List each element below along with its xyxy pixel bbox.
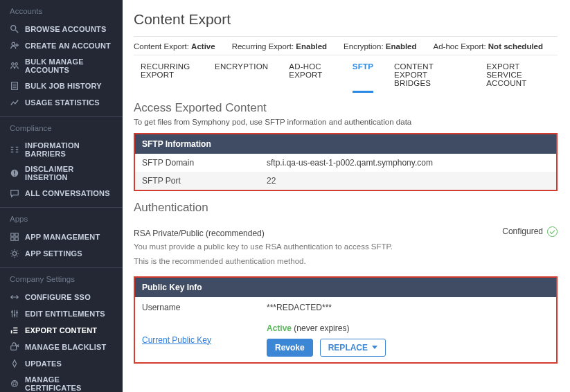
sidebar-item-label: CREATE AN ACCOUNT (25, 42, 111, 50)
sidebar-icon (10, 188, 19, 198)
auth-desc-2: This is the recommended authentication m… (134, 256, 558, 267)
sidebar-item-manage-certificates[interactable]: MANAGE CERTIFICATES (0, 372, 123, 392)
status-badge: Configured (502, 226, 558, 237)
sftp-domain-label: SFTP Domain (142, 158, 267, 168)
sidebar-item-label: ALL CONVERSATIONS (25, 189, 110, 197)
sidebar-item-edit-entitlements[interactable]: EDIT ENTITLEMENTS (0, 305, 123, 322)
svg-rect-32 (11, 346, 17, 350)
svg-point-30 (16, 312, 18, 314)
tab-export-service-account[interactable]: EXPORT SERVICE ACCOUNT (486, 62, 558, 93)
replace-button-label: REPLACE (328, 343, 368, 353)
svg-point-0 (11, 26, 16, 30)
sidebar-icon (10, 145, 19, 154)
svg-point-36 (12, 381, 18, 387)
sidebar-item-information-barriers[interactable]: INFORMATION BARRIERS (0, 138, 123, 161)
sidebar-icon (10, 292, 19, 302)
sftp-port-value: 22 (267, 176, 549, 186)
sidebar-item-label: CONFIGURE SSO (25, 293, 91, 301)
revoke-button[interactable]: Revoke (267, 339, 313, 357)
svg-rect-21 (15, 233, 18, 236)
sidebar-icon (10, 326, 19, 335)
sidebar-icon (10, 232, 19, 242)
tab-content-export-bridges[interactable]: CONTENT EXPORT BRIDGES (394, 62, 465, 93)
key-status-active: Active (267, 323, 292, 333)
current-public-key-link[interactable]: Current Public Key (142, 335, 211, 345)
status-item: Content Export: Active (134, 42, 215, 51)
svg-rect-22 (11, 238, 14, 240)
configured-label: Configured (502, 226, 543, 236)
username-value: ***REDACTED*** (267, 303, 549, 312)
sftp-panel: SFTP Information SFTP Domain sftp.i.qa-u… (134, 133, 558, 191)
sidebar-item-create-an-account[interactable]: CREATE AN ACCOUNT (0, 37, 123, 54)
tab-sftp[interactable]: SFTP (353, 62, 373, 93)
sidebar-icon (10, 249, 19, 258)
tab-ad-hoc-export[interactable]: AD-HOC EXPORT (289, 62, 332, 93)
svg-line-1 (15, 30, 18, 33)
svg-rect-20 (11, 233, 14, 236)
sidebar-group-title: Compliance (0, 117, 123, 138)
svg-point-28 (11, 311, 13, 313)
sidebar-group-title: Accounts (0, 0, 123, 21)
sidebar-icon (10, 359, 19, 368)
sidebar-item-label: EDIT ENTITLEMENTS (25, 310, 105, 318)
key-status-note: (never expires) (292, 323, 349, 333)
auth-subtitle: RSA Private/Public (recommended) (134, 229, 265, 238)
table-row: SFTP Port 22 (135, 172, 556, 190)
section-title-auth: Authentication (134, 201, 558, 215)
sidebar-item-all-conversations[interactable]: ALL CONVERSATIONS (0, 185, 123, 202)
sidebar-item-app-management[interactable]: APP MANAGEMENT (0, 229, 123, 245)
username-label: Username (142, 303, 267, 312)
page-title: Content Export (134, 11, 558, 28)
svg-point-29 (14, 314, 16, 316)
sidebar-item-app-settings[interactable]: APP SETTINGS (0, 245, 123, 262)
sidebar-item-label: EXPORT CONTENT (25, 326, 97, 335)
section-desc-access: To get files from Symphony pod, use SFTP… (134, 118, 558, 126)
sidebar-icon (10, 379, 19, 389)
sidebar-item-configure-sso[interactable]: CONFIGURE SSO (0, 289, 123, 305)
sidebar-item-label: INFORMATION BARRIERS (25, 141, 113, 158)
sidebar-item-label: APP MANAGEMENT (25, 233, 100, 241)
sidebar-icon (10, 61, 19, 71)
sidebar-item-label: BULK MANAGE ACCOUNTS (25, 57, 113, 74)
sidebar-icon (10, 81, 19, 91)
svg-point-2 (12, 42, 15, 45)
sidebar-group-title: Company Settings (0, 268, 123, 289)
table-row: Current Public Key Active (never expires… (135, 318, 556, 362)
sidebar-item-label: APP SETTINGS (25, 249, 82, 258)
svg-point-24 (12, 251, 16, 255)
svg-rect-23 (15, 238, 18, 240)
sidebar-item-export-content[interactable]: EXPORT CONTENT (0, 322, 123, 339)
sidebar-item-disclaimer-insertion[interactable]: DISCLAIMER INSERTION (0, 161, 123, 185)
sidebar-icon (10, 342, 19, 352)
status-item: Recurring Export: Enabled (232, 42, 327, 51)
svg-marker-35 (12, 360, 16, 368)
sidebar-item-bulk-job-history[interactable]: BULK JOB HISTORY (0, 78, 123, 94)
sidebar-item-browse-accounts[interactable]: BROWSE ACCOUNTS (0, 21, 123, 37)
chevron-down-icon (372, 346, 377, 349)
status-item: Ad-hoc Export: Not scheduled (434, 42, 544, 51)
sidebar-item-bulk-manage-accounts[interactable]: BULK MANAGE ACCOUNTS (0, 54, 123, 78)
replace-button[interactable]: REPLACE (320, 339, 386, 357)
svg-rect-19 (14, 175, 15, 175)
svg-rect-18 (14, 171, 15, 174)
sidebar-item-updates[interactable]: UPDATES (0, 355, 123, 372)
sftp-panel-head: SFTP Information (135, 134, 556, 154)
sidebar-item-usage-statistics[interactable]: USAGE STATISTICS (0, 94, 123, 111)
sidebar-icon (10, 98, 19, 107)
svg-point-5 (12, 63, 15, 66)
sidebar-item-label: MANAGE CERTIFICATES (25, 375, 113, 392)
section-title-access: Access Exported Content (134, 101, 558, 115)
sidebar-icon (10, 309, 19, 319)
tabs: RECURRING EXPORTENCRYPTIONAD-HOC EXPORTS… (134, 55, 558, 93)
tab-encryption[interactable]: ENCRYPTION (215, 62, 268, 93)
sidebar-icon (10, 24, 19, 34)
status-item: Encryption: Enabled (344, 42, 416, 51)
pki-panel-head: Public Key Info (135, 278, 556, 297)
table-row: SFTP Domain sftp.i.qa-us-east-1-p002.qam… (135, 154, 556, 172)
sftp-port-label: SFTP Port (142, 176, 267, 186)
sidebar-item-label: UPDATES (25, 359, 62, 368)
tab-recurring-export[interactable]: RECURRING EXPORT (141, 62, 194, 93)
pki-panel: Public Key Info Username ***REDACTED*** … (134, 276, 558, 364)
sidebar-item-manage-blacklist[interactable]: MANAGE BLACKLIST (0, 339, 123, 355)
sidebar-icon (10, 168, 19, 178)
